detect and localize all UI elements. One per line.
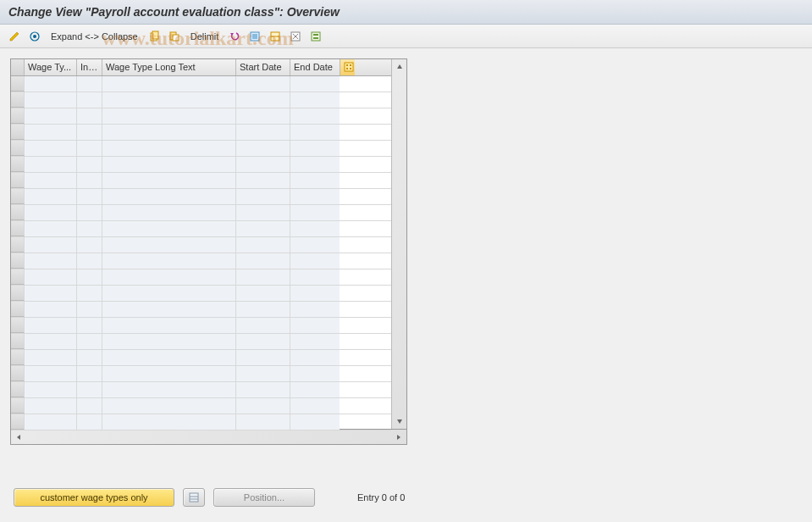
column-header-inf[interactable]: Inf... — [77, 59, 102, 75]
cell-wage-type[interactable] — [25, 108, 77, 124]
cell-end-date[interactable] — [290, 92, 340, 108]
cell-wage-type[interactable] — [25, 76, 77, 92]
cell-end-date[interactable] — [290, 286, 340, 301]
cell-long-text[interactable] — [102, 108, 236, 124]
cell-wage-type[interactable] — [25, 125, 77, 140]
row-selector[interactable] — [11, 253, 25, 269]
deselect-all-icon[interactable] — [288, 29, 303, 44]
cell-long-text[interactable] — [102, 92, 236, 108]
cell-wage-type[interactable] — [25, 253, 77, 269]
copy-icon[interactable] — [146, 29, 162, 44]
cell-end-date[interactable] — [290, 414, 340, 430]
cell-long-text[interactable] — [102, 302, 236, 317]
cell-inf[interactable] — [77, 205, 102, 220]
cell-start-date[interactable] — [236, 350, 290, 365]
cell-end-date[interactable] — [290, 237, 340, 253]
row-selector[interactable] — [11, 108, 25, 124]
column-header-selector[interactable] — [11, 59, 25, 75]
cell-inf[interactable] — [77, 125, 102, 140]
cell-start-date[interactable] — [236, 318, 290, 333]
position-icon-button[interactable] — [183, 488, 205, 507]
cell-start-date[interactable] — [236, 414, 290, 430]
cell-long-text[interactable] — [102, 366, 236, 381]
scroll-up-icon[interactable] — [394, 61, 406, 73]
cell-inf[interactable] — [77, 269, 102, 285]
cell-wage-type[interactable] — [25, 366, 77, 381]
cell-start-date[interactable] — [236, 205, 290, 220]
cell-inf[interactable] — [77, 157, 102, 172]
display-change-icon[interactable] — [7, 29, 22, 44]
cell-long-text[interactable] — [102, 141, 236, 156]
select-icon[interactable] — [27, 29, 42, 44]
cell-long-text[interactable] — [102, 253, 236, 269]
row-selector[interactable] — [11, 189, 25, 204]
horizontal-scrollbar[interactable] — [10, 430, 407, 445]
column-header-long-text[interactable]: Wage Type Long Text — [102, 59, 236, 75]
cell-end-date[interactable] — [290, 157, 340, 172]
cell-start-date[interactable] — [236, 76, 290, 92]
row-selector[interactable] — [11, 125, 25, 140]
cell-start-date[interactable] — [236, 398, 290, 414]
cell-wage-type[interactable] — [25, 237, 77, 253]
column-header-wage-type[interactable]: Wage Ty... — [25, 59, 77, 75]
cell-inf[interactable] — [77, 173, 102, 188]
cell-inf[interactable] — [77, 414, 102, 430]
row-selector[interactable] — [11, 221, 25, 236]
cell-wage-type[interactable] — [25, 173, 77, 188]
cell-start-date[interactable] — [236, 189, 290, 204]
cell-end-date[interactable] — [290, 173, 340, 188]
select-all-icon[interactable] — [247, 29, 262, 44]
cell-end-date[interactable] — [290, 382, 340, 397]
cell-end-date[interactable] — [290, 253, 340, 269]
expand-collapse-button[interactable]: Expand <-> Collapse — [47, 31, 141, 42]
cell-wage-type[interactable] — [25, 414, 77, 430]
scroll-down-icon[interactable] — [394, 415, 406, 427]
cell-inf[interactable] — [77, 366, 102, 381]
cell-wage-type[interactable] — [25, 221, 77, 236]
cell-wage-type[interactable] — [25, 157, 77, 172]
cell-wage-type[interactable] — [25, 286, 77, 301]
cell-inf[interactable] — [77, 334, 102, 349]
cell-start-date[interactable] — [236, 108, 290, 124]
cell-wage-type[interactable] — [25, 205, 77, 220]
cell-start-date[interactable] — [236, 237, 290, 253]
cell-start-date[interactable] — [236, 125, 290, 140]
row-selector[interactable] — [11, 366, 25, 381]
row-selector[interactable] — [11, 205, 25, 220]
row-selector[interactable] — [11, 398, 25, 414]
cell-end-date[interactable] — [290, 76, 340, 92]
row-selector[interactable] — [11, 237, 25, 253]
row-selector[interactable] — [11, 92, 25, 108]
cell-inf[interactable] — [77, 318, 102, 333]
cell-wage-type[interactable] — [25, 189, 77, 204]
copy-as-icon[interactable] — [167, 29, 182, 44]
cell-end-date[interactable] — [290, 125, 340, 140]
customer-wage-types-button[interactable]: customer wage types only — [14, 488, 174, 507]
row-selector[interactable] — [11, 173, 25, 188]
cell-end-date[interactable] — [290, 302, 340, 317]
cell-wage-type[interactable] — [25, 334, 77, 349]
cell-inf[interactable] — [77, 286, 102, 301]
cell-wage-type[interactable] — [25, 350, 77, 365]
cell-long-text[interactable] — [102, 318, 236, 333]
table-config-icon[interactable] — [340, 59, 355, 75]
cell-wage-type[interactable] — [25, 269, 77, 285]
cell-long-text[interactable] — [102, 398, 236, 414]
cell-long-text[interactable] — [102, 237, 236, 253]
scroll-right-icon[interactable] — [393, 431, 405, 443]
cell-start-date[interactable] — [236, 366, 290, 381]
cell-end-date[interactable] — [290, 108, 340, 124]
cell-inf[interactable] — [77, 221, 102, 236]
cell-end-date[interactable] — [290, 350, 340, 365]
row-selector[interactable] — [11, 302, 25, 317]
position-button[interactable]: Position... — [213, 488, 315, 507]
cell-inf[interactable] — [77, 302, 102, 317]
cell-start-date[interactable] — [236, 92, 290, 108]
cell-long-text[interactable] — [102, 173, 236, 188]
cell-long-text[interactable] — [102, 125, 236, 140]
cell-end-date[interactable] — [290, 205, 340, 220]
cell-inf[interactable] — [77, 189, 102, 204]
cell-end-date[interactable] — [290, 269, 340, 285]
column-header-end-date[interactable]: End Date — [290, 59, 340, 75]
row-selector[interactable] — [11, 334, 25, 349]
